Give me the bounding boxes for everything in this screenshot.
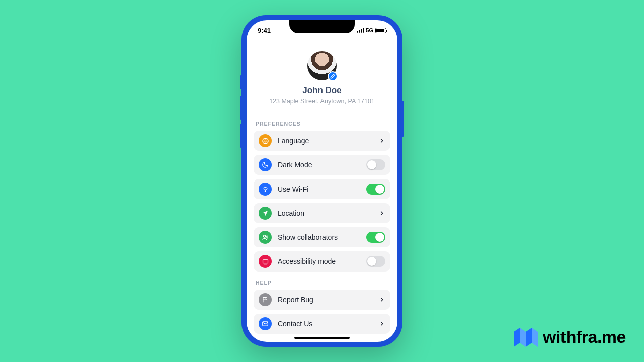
flag-icon: [259, 293, 272, 306]
row-contact-us[interactable]: Contact Us: [254, 314, 390, 334]
row-label: Language: [278, 137, 378, 145]
users-icon: [259, 231, 272, 244]
phone-volume-down: [240, 124, 242, 148]
status-time: 9:41: [258, 27, 271, 34]
toggle-collaborators[interactable]: [366, 232, 385, 243]
notch: [289, 20, 355, 33]
row-use-wifi: Use Wi-Fi: [254, 179, 390, 199]
home-indicator: [294, 337, 350, 339]
profile-name: John Doe: [254, 85, 390, 96]
brand: withfra.me: [514, 327, 626, 347]
row-report-bug[interactable]: Report Bug: [254, 290, 390, 310]
pencil-icon: [330, 74, 335, 79]
row-accessibility: Accessibility mode: [254, 251, 390, 272]
section-header-preferences: PREFERENCES: [256, 121, 388, 127]
battery-icon: [375, 28, 386, 33]
row-location[interactable]: Location: [254, 203, 390, 223]
row-collaborators: Show collaborators: [254, 227, 390, 247]
svg-rect-4: [263, 259, 268, 263]
section-header-help: HELP: [256, 280, 388, 286]
row-label: Report Bug: [278, 296, 378, 304]
phone-mute-switch: [240, 75, 242, 89]
signal-icon: [357, 28, 364, 33]
svg-point-3: [266, 236, 268, 237]
row-label: Dark Mode: [278, 161, 366, 169]
row-label: Location: [278, 209, 378, 217]
content-scroll[interactable]: John Doe 123 Maple Street. Anytown, PA 1…: [247, 40, 397, 342]
profile-header: John Doe 123 Maple Street. Anytown, PA 1…: [254, 40, 390, 113]
chevron-right-icon: [378, 320, 385, 327]
wifi-icon: [259, 183, 272, 196]
chevron-right-icon: [378, 210, 385, 217]
chevron-right-icon: [378, 296, 385, 303]
row-dark-mode: Dark Mode: [254, 155, 390, 175]
svg-point-1: [265, 191, 265, 192]
brand-logo-icon: [514, 328, 538, 347]
location-icon: [259, 207, 272, 220]
edit-avatar-button[interactable]: [328, 71, 338, 81]
avatar-wrap[interactable]: [307, 51, 337, 80]
mail-icon: [259, 317, 272, 330]
row-language[interactable]: Language: [254, 131, 390, 151]
toggle-dark-mode[interactable]: [366, 159, 385, 170]
chevron-right-icon: [378, 137, 385, 144]
phone-frame: 9:41 5G John Doe: [242, 15, 403, 347]
profile-address: 123 Maple Street. Anytown, PA 17101: [254, 98, 390, 105]
phone-volume-up: [240, 96, 242, 120]
row-label: Contact Us: [278, 320, 378, 328]
phone-power-button: [403, 101, 404, 137]
row-label: Show collaborators: [278, 233, 366, 241]
globe-icon: [259, 134, 272, 147]
toggle-use-wifi[interactable]: [366, 184, 385, 195]
status-right: 5G: [357, 27, 386, 33]
screen: 9:41 5G John Doe: [247, 20, 397, 342]
svg-point-2: [263, 235, 265, 237]
moon-icon: [259, 158, 272, 171]
brand-text: withfra.me: [543, 327, 626, 347]
accessibility-icon: [259, 255, 272, 268]
row-label: Use Wi-Fi: [278, 185, 366, 193]
row-label: Accessibility mode: [278, 257, 366, 265]
network-label: 5G: [366, 27, 373, 33]
toggle-accessibility[interactable]: [366, 256, 385, 267]
